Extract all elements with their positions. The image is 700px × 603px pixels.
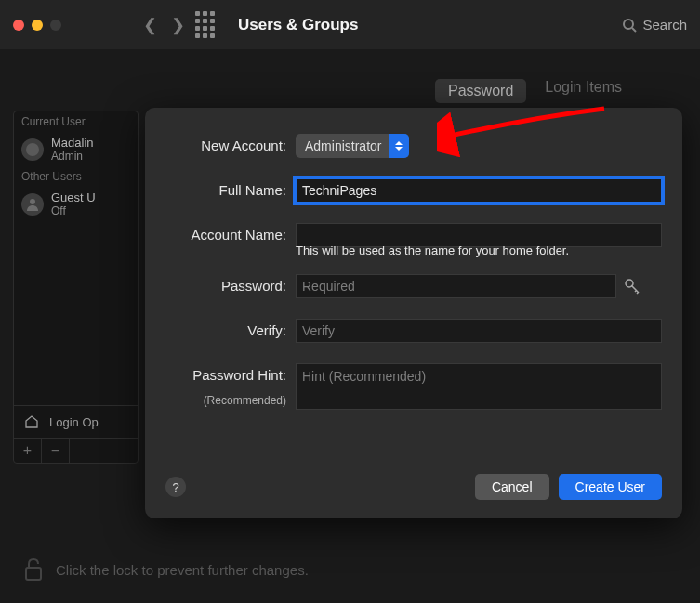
verify-label: Verify: xyxy=(165,319,286,343)
search-field[interactable]: Search xyxy=(622,17,687,33)
new-user-sheet: New Account: Administrator Full Name: Ac… xyxy=(145,108,682,518)
remove-user-button: − xyxy=(42,439,70,463)
account-type-value: Administrator xyxy=(305,138,389,153)
svg-point-0 xyxy=(624,20,633,29)
verify-password-input[interactable] xyxy=(296,319,662,343)
svg-point-2 xyxy=(26,143,39,156)
current-user-row: MadalinAdmin xyxy=(14,132,138,166)
close-window-button[interactable] xyxy=(13,20,24,31)
chevron-updown-icon xyxy=(389,134,409,158)
minimize-window-button[interactable] xyxy=(32,20,43,31)
password-label: Password: xyxy=(165,274,286,298)
lock-row: Click the lock to prevent further change… xyxy=(22,557,309,583)
new-account-label: New Account: xyxy=(165,134,286,158)
home-icon xyxy=(23,413,40,430)
avatar-icon xyxy=(21,138,44,161)
password-input[interactable] xyxy=(296,274,616,298)
login-options-row: Login Op xyxy=(14,405,138,438)
guest-user-row: Guest UOff xyxy=(14,187,138,221)
current-user-header: Current User xyxy=(14,111,138,132)
search-icon xyxy=(622,18,637,33)
panel-title: Users & Groups xyxy=(238,16,358,34)
traffic-lights xyxy=(13,20,61,31)
password-hint-label: Password Hint:(Recommended) xyxy=(165,363,286,413)
password-tab: Password xyxy=(435,79,526,103)
key-icon[interactable] xyxy=(624,278,641,295)
back-button[interactable]: ❮ xyxy=(136,15,164,35)
full-name-input[interactable] xyxy=(296,178,662,203)
users-sidebar: Current User MadalinAdmin Other Users Gu… xyxy=(13,111,139,464)
svg-rect-4 xyxy=(26,568,41,580)
add-user-button: + xyxy=(14,439,42,463)
search-placeholder: Search xyxy=(642,17,687,33)
zoom-window-button xyxy=(50,20,61,31)
help-button[interactable]: ? xyxy=(165,477,186,497)
show-all-prefs-button[interactable] xyxy=(192,12,218,38)
svg-line-1 xyxy=(632,28,636,32)
svg-point-3 xyxy=(30,199,35,204)
account-name-label: Account Name: xyxy=(165,223,286,247)
account-type-select[interactable]: Administrator xyxy=(296,134,409,158)
cancel-button[interactable]: Cancel xyxy=(475,474,549,500)
other-users-header: Other Users xyxy=(14,166,138,187)
forward-button: ❯ xyxy=(164,15,192,35)
password-hint-input[interactable] xyxy=(296,363,662,410)
avatar-icon xyxy=(21,193,44,216)
create-user-button[interactable]: Create User xyxy=(559,474,662,500)
login-items-tab: Login Items xyxy=(545,79,622,103)
titlebar: ❮ ❯ Users & Groups Search xyxy=(0,0,700,49)
full-name-label: Full Name: xyxy=(165,178,286,203)
unlock-icon xyxy=(22,557,45,583)
